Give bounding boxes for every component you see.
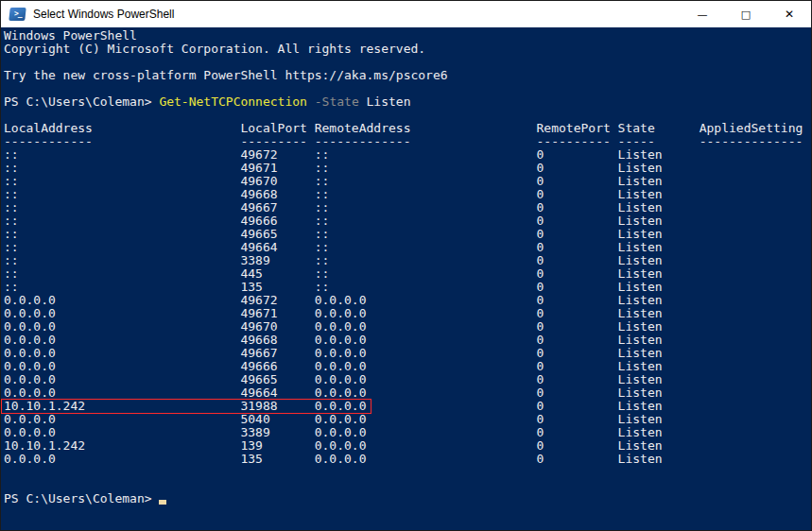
table-row: 0.0.0.0 135 0.0.0.0 0 Listen <box>4 453 811 466</box>
space <box>359 94 367 109</box>
console-line <box>4 109 811 122</box>
console-line: Try the new cross-platform PowerShell ht… <box>4 69 811 82</box>
table-row: :: 49670 :: 0 Listen <box>4 175 811 188</box>
console-line <box>4 479 811 492</box>
parameter-token: -State <box>315 94 359 109</box>
prompt-text: PS C:\Users\Coleman> <box>4 94 159 109</box>
window-title: Select Windows PowerShell <box>33 8 174 21</box>
command-token: Get-NetTCPConnection <box>159 94 307 109</box>
table-row: :: 49665 :: 0 Listen <box>4 228 811 241</box>
title-area: >_ Select Windows PowerShell <box>1 8 681 21</box>
table-row: :: 445 :: 0 Listen <box>4 267 811 281</box>
text-cursor <box>159 500 166 505</box>
current-prompt-line: PS C:\Users\Coleman> <box>4 492 811 505</box>
powershell-icon: >_ <box>9 8 26 21</box>
table-header: LocalAddress LocalPort RemoteAddress Rem… <box>4 122 811 135</box>
title-bar[interactable]: >_ Select Windows PowerShell — □ ✕ <box>1 1 811 27</box>
prompt-text: PS C:\Users\Coleman> <box>4 491 159 505</box>
table-row: 0.0.0.0 49672 0.0.0.0 0 Listen <box>4 294 811 307</box>
table-row: 0.0.0.0 49665 0.0.0.0 0 Listen <box>4 373 811 386</box>
space <box>307 94 315 109</box>
table-row: :: 135 :: 0 Listen <box>4 281 811 294</box>
table-row: :: 49667 :: 0 Listen <box>4 201 811 214</box>
table-row: :: 49672 :: 0 Listen <box>4 148 811 162</box>
console-line <box>4 82 811 95</box>
maximize-button[interactable]: □ <box>724 1 768 27</box>
table-row: :: 49668 :: 0 Listen <box>4 188 811 201</box>
table-row: :: 3389 :: 0 Listen <box>4 254 811 267</box>
table-row: 10.10.1.242 31988 0.0.0.0 0 Listen <box>4 400 811 413</box>
command-line: PS C:\Users\Coleman> Get-NetTCPConnectio… <box>4 95 811 109</box>
minimize-icon: — <box>698 9 708 20</box>
table-row: 10.10.1.242 139 0.0.0.0 0 Listen <box>4 439 811 453</box>
table-row: 0.0.0.0 49664 0.0.0.0 0 Listen <box>4 386 811 400</box>
table-row: 0.0.0.0 49667 0.0.0.0 0 Listen <box>4 347 811 360</box>
powershell-window: >_ Select Windows PowerShell — □ ✕ Windo… <box>0 0 812 531</box>
argument-token: Listen <box>367 94 411 109</box>
window-controls: — □ ✕ <box>681 1 811 27</box>
table-row: :: 49666 :: 0 Listen <box>4 214 811 228</box>
minimize-button[interactable]: — <box>681 1 724 27</box>
table-header-underline: ------------ --------- ------------- ---… <box>4 135 811 148</box>
close-button[interactable]: ✕ <box>768 1 811 27</box>
maximize-icon: □ <box>741 9 751 20</box>
table-row: 0.0.0.0 49666 0.0.0.0 0 Listen <box>4 360 811 373</box>
table-row: 0.0.0.0 3389 0.0.0.0 0 Listen <box>4 426 811 439</box>
table-row: :: 49671 :: 0 Listen <box>4 162 811 175</box>
console-line <box>4 56 811 69</box>
console-line: Copyright (C) Microsoft Corporation. All… <box>4 43 811 56</box>
console-line: Windows PowerShell <box>4 29 811 43</box>
table-row: :: 49664 :: 0 Listen <box>4 241 811 254</box>
console-line <box>4 466 811 479</box>
table-row: 0.0.0.0 5040 0.0.0.0 0 Listen <box>4 413 811 426</box>
table-row: 0.0.0.0 49671 0.0.0.0 0 Listen <box>4 307 811 320</box>
close-icon: ✕ <box>785 9 794 20</box>
highlight-box <box>1 399 371 414</box>
powershell-icon-glyph: >_ <box>14 10 22 18</box>
console-output: Windows PowerShellCopyright (C) Microsof… <box>4 29 811 505</box>
table-row: 0.0.0.0 49670 0.0.0.0 0 Listen <box>4 320 811 334</box>
table-row: 0.0.0.0 49668 0.0.0.0 0 Listen <box>4 334 811 347</box>
console[interactable]: Windows PowerShellCopyright (C) Microsof… <box>1 27 811 530</box>
